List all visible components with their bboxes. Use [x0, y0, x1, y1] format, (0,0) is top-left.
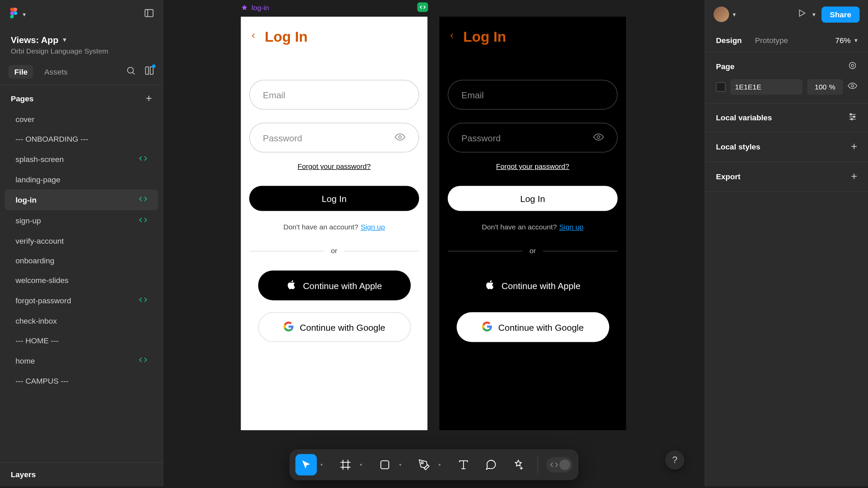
email-field: Email: [448, 80, 617, 110]
back-icon: [448, 32, 456, 42]
svg-marker-16: [799, 10, 805, 16]
main-menu-button[interactable]: ▾: [8, 8, 26, 21]
pen-tool[interactable]: ▾: [413, 454, 435, 475]
no-account-text: Don't have an account?: [482, 223, 557, 231]
help-button[interactable]: ?: [665, 450, 684, 469]
avatar-icon: [714, 6, 729, 22]
tab-assets[interactable]: Assets: [38, 65, 74, 79]
eye-icon[interactable]: [848, 81, 857, 93]
eye-icon: [593, 131, 604, 144]
forgot-password-link: Forgot your password?: [249, 162, 419, 170]
page-item[interactable]: verify-account: [5, 231, 158, 251]
signup-line: Don't have an account?Sign up: [249, 223, 419, 231]
frame-name: log-in: [252, 4, 269, 12]
svg-point-11: [421, 462, 423, 464]
team-name[interactable]: Orbi Design Language System: [11, 47, 152, 56]
svg-point-4: [399, 136, 401, 138]
page-item[interactable]: landing-page: [5, 170, 158, 189]
text-tool[interactable]: [453, 454, 474, 475]
no-account-text: Don't have an account?: [283, 223, 358, 231]
page-label: log-in: [16, 196, 37, 204]
comment-tool[interactable]: [480, 454, 501, 475]
sliders-icon[interactable]: [848, 112, 857, 123]
page-label: sign-up: [16, 216, 41, 225]
page-item[interactable]: cover: [5, 110, 158, 129]
svg-point-17: [849, 62, 856, 69]
zoom-control[interactable]: 76% ▾: [835, 36, 857, 44]
placeholder: Password: [263, 133, 302, 143]
zoom-value: 76%: [835, 36, 851, 44]
hex-input[interactable]: 1E1E1E: [730, 79, 803, 95]
chevron-down-icon: ▾: [320, 462, 323, 467]
screen-title: Log In: [463, 28, 506, 45]
opacity-input[interactable]: 100%: [807, 79, 843, 95]
file-name[interactable]: Views: App ▾: [11, 35, 152, 45]
continue-google-button: Continue with Google: [258, 312, 410, 342]
signup-link: Sign up: [361, 223, 385, 231]
toolbar: ▾ ▾ ▾ ▾: [290, 449, 579, 480]
left-sidebar: ▾ Views: App ▾ Orbi Design Language Syst…: [0, 0, 163, 486]
svg-point-5: [597, 136, 600, 138]
page-item[interactable]: log-in: [5, 189, 158, 210]
actions-tool[interactable]: [508, 454, 529, 475]
page-item[interactable]: onboarding: [5, 251, 158, 270]
shape-tool[interactable]: ▾: [374, 454, 395, 475]
share-button[interactable]: Share: [822, 6, 860, 22]
page-item[interactable]: check-inbox: [5, 311, 158, 331]
page-item[interactable]: home: [5, 350, 158, 371]
dev-mode-toggle[interactable]: [546, 457, 572, 473]
svg-line-3: [133, 73, 135, 75]
apple-icon: [485, 279, 496, 292]
library-icon[interactable]: [144, 65, 154, 78]
search-icon[interactable]: [126, 65, 136, 78]
frame-label[interactable]: log-in: [241, 4, 269, 12]
color-swatch[interactable]: [716, 82, 726, 92]
page-item[interactable]: welcome-slides: [5, 270, 158, 290]
svg-point-24: [853, 116, 855, 118]
svg-point-23: [850, 114, 852, 115]
continue-apple-button: Continue with Apple: [258, 270, 410, 300]
toggle-panels-button[interactable]: [144, 8, 155, 21]
continue-apple-button: Continue with Apple: [456, 270, 609, 300]
add-style-button[interactable]: +: [851, 141, 857, 153]
chevron-down-icon: ▾: [438, 462, 441, 467]
page-label: verify-account: [16, 237, 64, 245]
tab-design[interactable]: Design: [716, 36, 742, 44]
present-button[interactable]: [797, 8, 806, 20]
artboard-dark[interactable]: Log In Email Password Forgot your passwo…: [439, 17, 626, 430]
svg-rect-10: [381, 461, 389, 469]
page-label: --- ONBOARDING ---: [16, 135, 88, 143]
add-page-button[interactable]: +: [146, 93, 152, 105]
back-icon: [249, 32, 258, 42]
svg-point-18: [851, 64, 854, 67]
artboard-light[interactable]: Log In Email Password Forgot your passwo…: [241, 17, 427, 430]
tab-file[interactable]: File: [8, 65, 34, 79]
svg-point-25: [851, 118, 853, 120]
signup-line: Don't have an account?Sign up: [448, 223, 617, 231]
chevron-down-icon: ▾: [23, 11, 26, 18]
page-item[interactable]: --- ONBOARDING ---: [5, 129, 158, 149]
page-item[interactable]: --- HOME ---: [5, 331, 158, 350]
tab-prototype[interactable]: Prototype: [755, 36, 788, 44]
chevron-down-icon: ▾: [63, 36, 66, 43]
settings-icon[interactable]: [848, 61, 857, 72]
user-avatar[interactable]: ▾: [714, 6, 736, 22]
chevron-down-icon[interactable]: ▾: [812, 11, 815, 18]
page-item[interactable]: --- CAMPUS ---: [5, 371, 158, 391]
svg-point-19: [851, 85, 854, 87]
page-item[interactable]: forgot-password: [5, 290, 158, 311]
frame-tool[interactable]: ▾: [335, 454, 356, 475]
page-label: welcome-slides: [16, 276, 68, 285]
add-export-button[interactable]: +: [851, 170, 857, 183]
placeholder: Password: [461, 133, 501, 143]
button-label: Continue with Apple: [303, 280, 382, 290]
page-label: onboarding: [16, 256, 54, 265]
layers-header[interactable]: Layers: [0, 462, 163, 486]
canvas[interactable]: log-in Log In Email Password Forgot your…: [163, 0, 705, 486]
page-item[interactable]: splash-screen: [5, 149, 158, 170]
chevron-down-icon: ▾: [854, 37, 857, 43]
page-item[interactable]: sign-up: [5, 210, 158, 231]
page-label: splash-screen: [16, 155, 64, 164]
ready-for-dev-badge[interactable]: [417, 2, 428, 12]
move-tool[interactable]: ▾: [295, 454, 317, 475]
